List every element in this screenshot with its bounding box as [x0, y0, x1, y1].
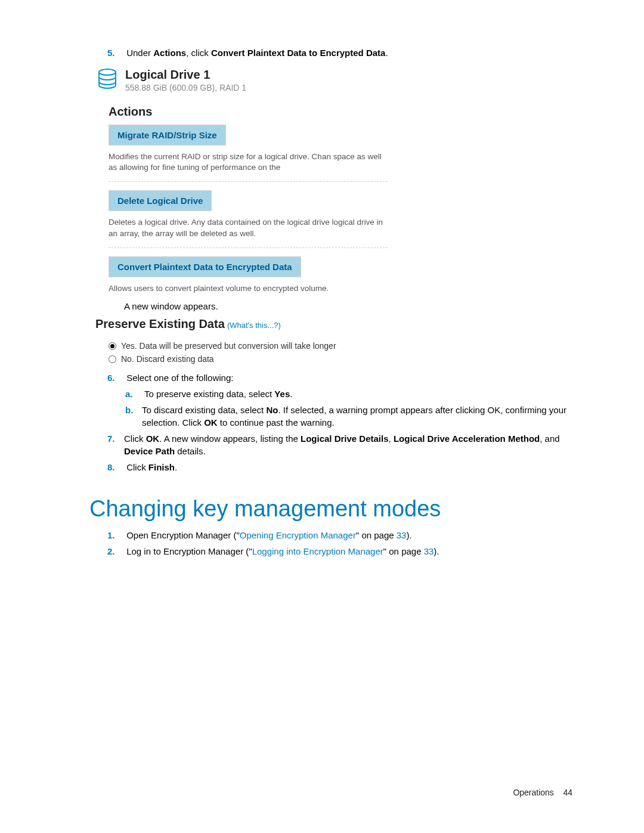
step-text: Click OK. A new window appears, listing … — [124, 432, 572, 457]
step-text: Select one of the following: — [126, 373, 233, 383]
preserve-heading-row: Preserve Existing Data (What's this...?) — [95, 317, 388, 331]
action-convert: Convert Plaintext Data to Encrypted Data… — [95, 256, 388, 295]
step-text: Under Actions, click Convert Plaintext D… — [126, 48, 388, 58]
action-delete: Delete Logical Drive Deletes a logical d… — [95, 190, 388, 247]
option-yes-label: Yes. Data will be preserved but conversi… — [121, 341, 336, 351]
drive-stack-icon — [95, 67, 119, 93]
option-no-label: No. Discard existing data — [121, 354, 214, 364]
preserve-heading: Preserve Existing Data — [95, 317, 225, 330]
drive-header: Logical Drive 1 558.88 GiB (600.09 GB), … — [95, 65, 388, 97]
ckm-step-1: 1. Open Encryption Manager ("Opening Enc… — [89, 529, 572, 541]
step-6a: a. To preserve existing data, select Yes… — [89, 388, 572, 400]
step-5-after: A new window appears. — [89, 300, 572, 312]
step-text: To preserve existing data, select Yes. — [144, 389, 293, 399]
page-footer: Operations 44 — [513, 788, 572, 797]
opening-encryption-manager-link[interactable]: Opening Encryption Manager — [240, 530, 356, 540]
radio-selected-icon — [109, 342, 116, 350]
svg-point-0 — [99, 69, 116, 75]
radio-unselected-icon — [109, 355, 116, 363]
logging-into-encryption-manager-link[interactable]: Logging into Encryption Manager — [252, 546, 383, 556]
screenshot-preserve-data: Preserve Existing Data (What's this...?)… — [95, 317, 388, 366]
actions-heading: Actions — [95, 97, 388, 125]
substep-letter: b. — [125, 404, 142, 429]
drive-subtitle: 558.88 GiB (600.09 GB), RAID 1 — [125, 83, 246, 92]
step-number: 5. — [107, 47, 124, 59]
preserve-option-no[interactable]: No. Discard existing data — [95, 352, 388, 366]
drive-title: Logical Drive 1 — [125, 68, 246, 82]
page-ref-link[interactable]: 33 — [424, 546, 434, 556]
step-6: 6. Select one of the following: — [89, 371, 572, 384]
separator — [109, 247, 388, 248]
step-text: Log in to Encryption Manager ("Logging i… — [126, 546, 439, 556]
step-number: 6. — [107, 371, 124, 384]
delete-description: Deletes a logical drive. Any data contai… — [109, 215, 388, 240]
step-number: 2. — [107, 545, 124, 558]
whats-this-link[interactable]: (What's this...?) — [227, 321, 281, 330]
screenshot-actions-panel: Logical Drive 1 558.88 GiB (600.09 GB), … — [95, 65, 388, 295]
step-6b: b. To discard existing data, select No. … — [89, 404, 572, 429]
drive-text: Logical Drive 1 558.88 GiB (600.09 GB), … — [125, 68, 246, 92]
step-7: 7. Click OK. A new window appears, listi… — [89, 432, 572, 457]
substep-letter: a. — [125, 388, 142, 400]
step-number: 1. — [107, 529, 124, 541]
migrate-raid-button[interactable]: Migrate RAID/Strip Size — [109, 125, 226, 145]
step-5: 5. Under Actions, click Convert Plaintex… — [89, 47, 572, 59]
footer-page-number: 44 — [563, 788, 572, 797]
page-ref-link[interactable]: 33 — [397, 530, 407, 540]
migrate-description: Modifies the current RAID or strip size … — [109, 149, 388, 174]
convert-description: Allows users to convert plaintext volume… — [109, 281, 388, 295]
section-heading: Changing key management modes — [89, 496, 572, 522]
page: 5. Under Actions, click Convert Plaintex… — [0, 0, 644, 833]
step-text: To discard existing data, select No. If … — [142, 404, 572, 429]
action-migrate: Migrate RAID/Strip Size Modifies the cur… — [95, 125, 388, 182]
step-number: 8. — [107, 461, 124, 473]
step-text: Open Encryption Manager ("Opening Encryp… — [126, 530, 411, 540]
step-text: Click Finish. — [126, 462, 177, 472]
convert-plaintext-button[interactable]: Convert Plaintext Data to Encrypted Data — [109, 256, 301, 277]
separator — [109, 181, 388, 182]
ckm-step-2: 2. Log in to Encryption Manager ("Loggin… — [89, 545, 572, 558]
footer-section: Operations — [513, 788, 553, 797]
step-number: 7. — [107, 432, 124, 457]
delete-logical-drive-button[interactable]: Delete Logical Drive — [109, 190, 212, 211]
step-8: 8. Click Finish. — [89, 461, 572, 473]
preserve-option-yes[interactable]: Yes. Data will be preserved but conversi… — [95, 339, 388, 352]
